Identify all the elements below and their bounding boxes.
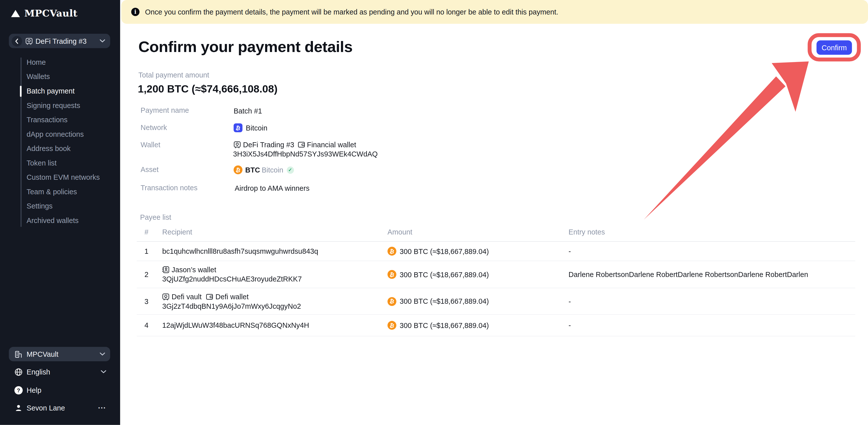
more-options-button[interactable]: ••• — [98, 405, 106, 410]
wallet-subwallet-name: Financial wallet — [307, 140, 356, 149]
page-title: Confirm your payment details — [138, 38, 352, 56]
payment-name-value: Batch #1 — [234, 106, 262, 115]
entry-notes: - — [568, 297, 571, 305]
logo-text: MPCVault — [24, 8, 78, 19]
col-header-num: # — [145, 228, 149, 236]
organization-icon — [14, 350, 23, 358]
user-name: Sevon Lane — [27, 403, 65, 412]
btc-coin-icon: ₿ — [234, 165, 242, 174]
sidebar-item-batch-payment[interactable]: Batch payment — [0, 84, 120, 98]
total-payment-label: Total payment amount — [138, 71, 209, 79]
amount-cell: ₿ 300 BTC (≈$18,667,889.04) — [388, 247, 489, 256]
vault-switcher[interactable]: DeFi Trading #3 — [9, 34, 110, 48]
sidebar-nav: Home Wallets Batch payment Signing reque… — [0, 55, 120, 228]
amount-value: 300 BTC (≈$18,667,889.04) — [400, 321, 489, 329]
recipient-name: Jason’s wallet — [172, 265, 216, 274]
network-name: Bitcoin — [246, 124, 268, 132]
sidebar-item-label: Team & policies — [27, 188, 77, 196]
network-label: Network — [141, 123, 167, 132]
globe-icon — [14, 368, 23, 376]
sidebar-item-home[interactable]: Home — [0, 55, 120, 70]
banner-text: Once you confirm the payment details, th… — [145, 8, 558, 16]
row-number: 3 — [145, 297, 149, 305]
sidebar-item-archived-wallets[interactable]: Archived wallets — [0, 214, 120, 228]
user-menu[interactable]: Sevon Lane ••• — [8, 400, 111, 415]
wallet-icon — [206, 293, 213, 300]
amount-value: 300 BTC (≈$18,667,889.04) — [400, 270, 489, 279]
amount-value: 300 BTC (≈$18,667,889.04) — [400, 297, 489, 305]
info-glyph: i — [134, 9, 136, 15]
contact-icon — [162, 266, 169, 273]
help-link[interactable]: ? Help — [8, 383, 111, 397]
recipient-vault: Defi vault — [162, 292, 202, 301]
wallet-value-line1: DeFi Trading #3 Financial wallet — [234, 140, 356, 149]
sidebar-item-label: Custom EVM networks — [27, 173, 100, 182]
wallet-icon — [298, 141, 305, 148]
table-row: 1 bc1quhcwlhcnlll8ru8asfh7suqsmwguhwrdsu… — [137, 242, 855, 261]
btc-glyph: ₿ — [389, 322, 395, 329]
entry-notes: - — [568, 321, 571, 329]
payee-list-label: Payee list — [140, 213, 172, 221]
org-switcher[interactable]: MPCVault — [9, 347, 110, 361]
asset-value: ₿ BTC Bitcoin ✓ — [234, 165, 294, 174]
btc-coin-icon: ₿ — [388, 247, 396, 256]
info-banner: i Once you confirm the payment details, … — [121, 0, 868, 24]
sidebar-item-custom-evm-networks[interactable]: Custom EVM networks — [0, 170, 120, 185]
btc-glyph: ₿ — [389, 248, 395, 255]
vault-icon — [162, 293, 169, 300]
payee-table: # Recipient Amount Entry notes 1 bc1quhc… — [137, 225, 855, 336]
active-indicator — [20, 86, 22, 97]
recipient-wallet: Defi wallet — [206, 292, 249, 301]
col-header-notes: Entry notes — [568, 228, 605, 236]
app: MPCVault DeFi Trading #3 Home Wallets Ba… — [0, 0, 868, 425]
org-switcher-label: MPCVault — [27, 350, 58, 358]
sidebar-item-label: Wallets — [27, 72, 50, 81]
back-button[interactable] — [11, 36, 22, 46]
vault-icon — [234, 141, 241, 148]
btc-coin-icon: ₿ — [388, 297, 396, 305]
entry-notes: Darlene RobertsonDarlene RobertDarlene R… — [568, 270, 808, 279]
asset-label: Asset — [141, 165, 159, 174]
chevron-down-icon — [101, 370, 106, 373]
table-row: 4 12ajWjdLWuW3f48bacURNSq768GQNxNy4H ₿ 3… — [137, 315, 855, 336]
sidebar-item-transactions[interactable]: Transactions — [0, 113, 120, 127]
sidebar-item-token-list[interactable]: Token list — [0, 156, 120, 170]
sidebar-item-address-book[interactable]: Address book — [0, 142, 120, 156]
sidebar-item-team-policies[interactable]: Team & policies — [0, 185, 120, 199]
question-glyph: ? — [17, 387, 20, 393]
confirm-button[interactable]: Confirm — [816, 40, 852, 55]
sidebar: MPCVault DeFi Trading #3 Home Wallets Ba… — [0, 0, 120, 425]
bitcoin-network-icon: ₿ — [234, 123, 242, 132]
sidebar-item-label: Batch payment — [27, 87, 74, 95]
sidebar-item-wallets[interactable]: Wallets — [0, 70, 120, 84]
sidebar-item-label: Transactions — [27, 116, 67, 124]
wallet-vault-name: DeFi Trading #3 — [243, 140, 294, 149]
info-icon: i — [131, 8, 139, 16]
sidebar-item-dapp-connections[interactable]: dApp connections — [0, 127, 120, 142]
sidebar-item-label: Settings — [27, 202, 53, 210]
amount-cell: ₿ 300 BTC (≈$18,667,889.04) — [388, 270, 489, 279]
recipient-address: bc1quhcwlhcnlll8ru8asfh7suqsmwguhwrdsu84… — [162, 247, 318, 255]
row-number: 1 — [145, 247, 149, 255]
btc-glyph: ₿ — [389, 271, 395, 278]
check-glyph: ✓ — [288, 167, 292, 172]
chevron-down-icon — [99, 39, 105, 42]
help-label: Help — [27, 386, 41, 394]
sidebar-item-label: Address book — [27, 144, 70, 153]
sidebar-item-signing-requests[interactable]: Signing requests — [0, 98, 120, 113]
transaction-notes-value: Airdrop to AMA winners — [235, 184, 309, 193]
language-selector[interactable]: English — [8, 364, 111, 379]
recipient-vault-name: Defi vault — [172, 292, 202, 301]
wallet-subwallet: Financial wallet — [298, 140, 356, 149]
vault-icon — [26, 37, 33, 44]
btc-glyph: ₿ — [389, 298, 395, 305]
recipient-name-line: Defi vault Defi wallet — [162, 292, 301, 301]
question-icon: ? — [14, 386, 23, 394]
sidebar-item-label: Home — [27, 58, 46, 66]
verified-check-icon: ✓ — [287, 166, 294, 173]
sidebar-item-settings[interactable]: Settings — [0, 199, 120, 214]
chevron-down-icon — [99, 353, 105, 356]
amount-cell: ₿ 300 BTC (≈$18,667,889.04) — [388, 321, 489, 330]
logo: MPCVault — [11, 8, 78, 19]
chevron-left-icon — [14, 38, 20, 44]
